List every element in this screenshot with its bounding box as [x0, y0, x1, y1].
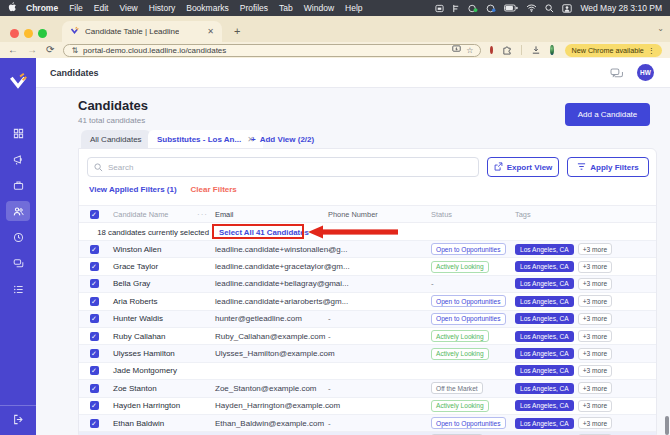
add-candidate-button[interactable]: Add a Candidate	[565, 103, 650, 126]
candidate-name[interactable]: Jade Montgomery	[113, 363, 211, 379]
app-status-icon[interactable]	[468, 4, 478, 13]
more-tags-badge[interactable]: +3 more	[578, 330, 612, 342]
install-app-icon[interactable]	[452, 45, 461, 55]
row-checkbox[interactable]: ✓	[90, 349, 99, 358]
browser-extension-icon[interactable]	[486, 4, 496, 13]
column-menu-icon[interactable]: ···	[197, 210, 208, 219]
candidate-name[interactable]: Hunter Waldis	[113, 311, 211, 327]
candidate-name[interactable]: Ethan Baldwin	[113, 415, 211, 431]
more-tags-badge[interactable]: +3 more	[578, 348, 612, 360]
search-box[interactable]	[87, 157, 479, 177]
more-tags-badge[interactable]: +3 more	[578, 417, 612, 429]
sidebar-item-history[interactable]	[6, 227, 30, 247]
candidate-name[interactable]: Ulysses Hamilton	[113, 345, 211, 361]
more-tags-badge[interactable]: +3 more	[578, 382, 612, 394]
reload-button[interactable]: ⟳	[46, 45, 54, 55]
site-settings-icon[interactable]: ⇅	[71, 46, 78, 55]
add-view-button[interactable]: + Add View (2/2)	[242, 130, 323, 148]
more-tags-badge[interactable]: +3 more	[578, 295, 612, 307]
sidebar-item-lists[interactable]	[6, 279, 30, 299]
menu-file[interactable]: File	[69, 3, 83, 13]
menu-help[interactable]: Help	[345, 3, 362, 13]
row-checkbox[interactable]: ✓	[90, 314, 99, 323]
screen-mirror-icon[interactable]	[435, 4, 444, 13]
export-view-button[interactable]: Export View	[487, 157, 559, 177]
utility-icon[interactable]	[452, 4, 460, 13]
row-checkbox[interactable]: ✓	[90, 366, 99, 375]
fast-user-switch-icon[interactable]	[562, 4, 572, 13]
apply-filters-button[interactable]: Apply Filters	[567, 157, 649, 177]
row-checkbox[interactable]: ✓	[90, 401, 99, 410]
sidebar-logout-button[interactable]	[0, 405, 36, 435]
minimize-window-button[interactable]	[24, 29, 33, 38]
candidate-name[interactable]: Hayden Harrington	[113, 398, 211, 414]
chat-icon[interactable]	[610, 66, 624, 84]
row-checkbox[interactable]: ✓	[90, 297, 99, 306]
sidebar-item-messages[interactable]	[6, 253, 30, 273]
chrome-update-button[interactable]: New Chrome available ⋮	[565, 44, 663, 57]
sidebar-item-dashboard[interactable]	[6, 123, 30, 143]
candidate-name[interactable]: Aria Roberts	[113, 293, 211, 309]
column-email[interactable]: Email	[215, 206, 324, 222]
more-tags-badge[interactable]: +3 more	[578, 243, 612, 255]
sidebar-item-jobs[interactable]	[6, 175, 30, 195]
menu-window[interactable]: Window	[304, 3, 334, 13]
more-tags-badge[interactable]: +3 more	[578, 313, 612, 325]
candidate-name[interactable]: Zoe Stanton	[113, 380, 211, 396]
candidate-name[interactable]: Winston Allen	[113, 241, 211, 257]
menu-edit[interactable]: Edit	[94, 3, 109, 13]
column-status[interactable]: Status	[431, 206, 515, 222]
tab-search-chevron-icon[interactable]: ⌄	[657, 24, 664, 33]
more-tags-badge[interactable]: +3 more	[578, 400, 612, 412]
candidate-name[interactable]: Ruby Callahan	[113, 328, 211, 344]
more-tags-badge[interactable]: +3 more	[578, 365, 612, 377]
extension-badge-icon[interactable]	[490, 46, 493, 54]
forward-button[interactable]: →	[27, 45, 37, 55]
candidate-tags: Los Angeles, CA+3 more	[515, 311, 656, 327]
kebab-menu-icon[interactable]: ⋮	[648, 46, 655, 55]
downloads-icon[interactable]	[531, 41, 541, 59]
menu-chrome[interactable]: Chrome	[26, 3, 58, 13]
tab-all-candidates[interactable]: All Candidates	[81, 130, 151, 148]
user-avatar[interactable]: HW	[637, 64, 654, 81]
spotlight-search-icon[interactable]	[545, 4, 554, 13]
bookmark-star-icon[interactable]: ☆	[466, 46, 473, 55]
scrollbar-thumb[interactable]	[665, 416, 669, 435]
column-tags[interactable]: Tags	[515, 206, 656, 222]
row-checkbox[interactable]: ✓	[90, 384, 99, 393]
row-checkbox[interactable]: ✓	[90, 245, 99, 254]
candidate-name[interactable]: Bella Gray	[113, 276, 211, 292]
row-checkbox[interactable]: ✓	[90, 279, 99, 288]
apple-icon[interactable]	[8, 2, 17, 14]
select-all-checkbox[interactable]: ✓	[90, 210, 99, 219]
zoom-window-button[interactable]	[38, 29, 47, 38]
new-tab-button[interactable]: +	[234, 25, 240, 37]
menu-view[interactable]: View	[119, 3, 137, 13]
wifi-icon[interactable]	[526, 4, 537, 12]
more-tags-badge[interactable]: +3 more	[578, 278, 612, 290]
sidebar-item-campaigns[interactable]	[6, 149, 30, 169]
close-window-button[interactable]	[10, 29, 19, 38]
search-input[interactable]	[108, 163, 472, 172]
menu-profiles[interactable]: Profiles	[240, 3, 268, 13]
back-button[interactable]: ←	[8, 45, 18, 55]
sidebar-item-candidates[interactable]	[6, 201, 30, 221]
menu-tab[interactable]: Tab	[279, 3, 293, 13]
extensions-puzzle-icon[interactable]	[502, 41, 512, 59]
battery-icon[interactable]	[504, 4, 518, 12]
menubar-clock[interactable]: Wed May 28 3:10 PM	[580, 3, 662, 13]
clear-filters-link[interactable]: Clear Filters	[191, 185, 237, 194]
menu-bookmarks[interactable]: Bookmarks	[186, 3, 229, 13]
tab-close-icon[interactable]: ✕	[207, 27, 214, 36]
row-checkbox[interactable]: ✓	[90, 419, 99, 428]
address-bar[interactable]: ⇅ portal-demo.cloud.leadline.io/candidat…	[63, 44, 481, 57]
row-checkbox[interactable]: ✓	[90, 332, 99, 341]
view-applied-filters-link[interactable]: View Applied Filters (1)	[89, 185, 177, 194]
column-phone[interactable]: Phone Number	[328, 206, 427, 222]
menu-history[interactable]: History	[149, 3, 175, 13]
row-checkbox[interactable]: ✓	[90, 262, 99, 271]
candidate-name[interactable]: Grace Taylor	[113, 258, 211, 274]
browser-tab[interactable]: Candidate Table | Leadline ✕	[62, 21, 222, 42]
profile-avatar-icon[interactable]	[550, 45, 554, 55]
more-tags-badge[interactable]: +3 more	[578, 261, 612, 273]
